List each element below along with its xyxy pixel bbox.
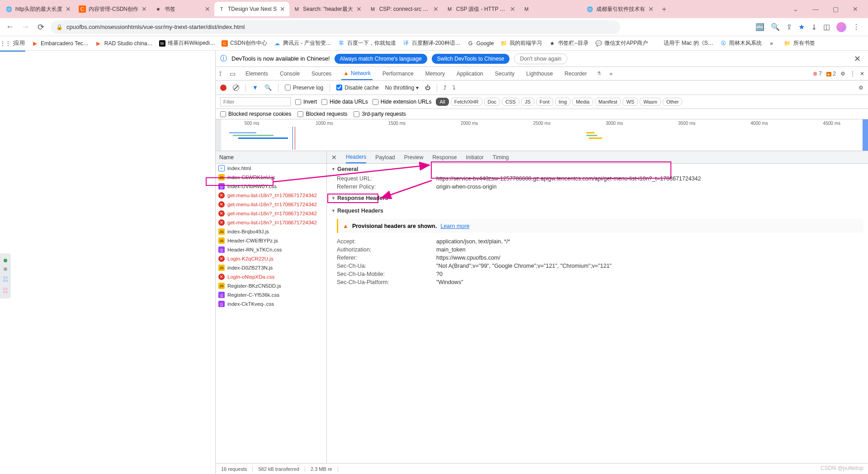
close-tab-icon[interactable]: ✕ (433, 6, 439, 12)
devtools-tab-recorder[interactable]: Recorder (563, 67, 589, 80)
devtools-tab-lighthouse[interactable]: Lighthouse (524, 67, 555, 80)
request-row[interactable]: ≡index.html (216, 164, 326, 173)
devtools-tab-application[interactable]: Application (455, 67, 485, 80)
switch-language-button[interactable]: Switch DevTools to Chinese (432, 54, 510, 64)
hide-extension-urls-checkbox[interactable]: Hide extension URLs (373, 99, 432, 105)
filter-type-media[interactable]: Media (572, 98, 593, 106)
side-widget[interactable]: 0.0K/s 0.0K/s (0, 253, 11, 299)
devtools-tab-network[interactable]: ▲ Network (341, 67, 373, 80)
search-icon[interactable]: 🔍 (264, 84, 272, 91)
bookmark-item[interactable]: W维基百科Wikipedi… (159, 39, 215, 47)
minimize-button[interactable]: — (810, 5, 821, 13)
blocked-cookies-checkbox[interactable]: Blocked response cookies (220, 111, 291, 117)
request-row[interactable]: ✕Login-K2qCR22U.js (216, 254, 326, 263)
close-tab-icon[interactable]: ✕ (141, 6, 147, 12)
filter-type-ws[interactable]: WS (623, 98, 638, 106)
bookmark-item[interactable]: ☁腾讯云 - 产业智变… (274, 39, 331, 47)
invert-checkbox[interactable]: Invert (295, 99, 317, 105)
browser-tab[interactable]: MCSP: connect-src - H✕ (366, 2, 443, 16)
bookmark-item[interactable]: GGoogle (467, 40, 494, 47)
download-har-icon[interactable]: ⤵ (453, 85, 455, 91)
new-tab-button[interactable]: ＋ (658, 3, 670, 15)
filter-type-font[interactable]: Font (536, 98, 553, 106)
error-badge[interactable]: ⊗ 7 (813, 71, 822, 77)
throttling-select[interactable]: No throttling▾ (385, 85, 419, 91)
preserve-log-checkbox[interactable]: Preserve log (285, 85, 323, 91)
maximize-button[interactable]: ▢ (830, 5, 841, 13)
close-detail-icon[interactable]: ✕ (331, 154, 337, 161)
back-button[interactable]: ← (5, 22, 15, 33)
settings-gear-icon[interactable]: ⚙ (859, 85, 863, 91)
browser-tab[interactable]: 🌐成都量引软件技术有✕ (583, 2, 658, 16)
bookmark-item[interactable]: 📁我的前端学习 (500, 39, 542, 47)
filter-type-fetch-xhr[interactable]: Fetch/XHR (451, 98, 482, 106)
name-column-header[interactable]: Name (216, 151, 326, 164)
clear-button[interactable] (233, 85, 239, 91)
upload-icon[interactable]: ⤴ (443, 85, 446, 91)
share-icon[interactable]: ⇪ (786, 23, 792, 31)
close-window-button[interactable]: ✕ (850, 5, 861, 13)
browser-tab[interactable]: TTDesign Vue Next S✕ (214, 2, 289, 16)
chevron-down-icon[interactable]: ⌄ (790, 5, 801, 13)
waterfall-overview[interactable]: 500 ms1000 ms1500 ms2000 ms2500 ms3000 m… (216, 119, 868, 151)
kebab-icon[interactable]: ⋮ (850, 71, 855, 77)
bookmark-item[interactable]: 译百度翻译-200种语… (402, 39, 461, 47)
inspect-icon[interactable]: ⟟ (219, 70, 222, 77)
download-icon[interactable]: ⤓ (811, 23, 817, 31)
dont-show-button[interactable]: Don't show again (514, 53, 567, 64)
devtools-tab-elements[interactable]: Elements (244, 67, 270, 80)
request-row[interactable]: ✕get-menu-list-i18n?_t=1708671724342 (216, 218, 326, 227)
devtools-tab-performance[interactable]: Performance (381, 67, 415, 80)
close-tab-icon[interactable]: ✕ (356, 6, 362, 12)
bookmark-item[interactable]: » (768, 40, 778, 47)
request-row[interactable]: ✕get-menu-list-i18n?_t=1708671724342 (216, 200, 326, 209)
request-row[interactable]: {}index-CkTKveq-.css (216, 299, 326, 308)
close-tab-icon[interactable]: ✕ (279, 6, 286, 12)
translate-icon[interactable]: 🔤 (755, 23, 764, 31)
avatar[interactable] (836, 22, 846, 32)
bookmark-item[interactable]: ⋮⋮⋮应用 (5, 39, 25, 47)
match-language-button[interactable]: Always match Chrome's language (335, 54, 427, 64)
request-row[interactable]: {}index-UVIbHW0Y.css (216, 182, 326, 191)
filter-input[interactable] (220, 97, 291, 106)
devtools-tab-console[interactable]: Console (278, 67, 302, 80)
browser-tab[interactable]: C内容管理-CSDN创作✕ (75, 2, 151, 16)
close-icon[interactable]: ✕ (854, 54, 863, 64)
bookmark-item[interactable]: ★书签栏--目录 (548, 39, 589, 47)
request-row[interactable]: JSindex-C5WRK1nU.js (216, 173, 326, 182)
filter-icon[interactable]: ▼ (252, 84, 258, 91)
filter-type-css[interactable]: CSS (502, 98, 519, 106)
panel-icon[interactable]: ◫ (823, 23, 830, 31)
request-row[interactable]: {}Header-RN_kTKCn.css (216, 245, 326, 254)
request-row[interactable]: JSRegister-BKzCN5DD.js (216, 281, 326, 290)
device-icon[interactable]: ▭ (230, 70, 236, 77)
bookmark-item[interactable]: 适用于 Mac 的《S… (654, 39, 713, 47)
bookmark-item[interactable]: 掌百度一下，你就知道 (338, 39, 396, 47)
bookmark-item[interactable]: ⦿雨林木风系统 (720, 39, 762, 47)
detail-tab-headers[interactable]: Headers (346, 151, 366, 163)
request-row[interactable]: {}Register-C-Yf536k.css (216, 290, 326, 299)
browser-tab[interactable]: 🌐http头部的最大长度✕ (2, 2, 75, 16)
devtools-tab-security[interactable]: Security (493, 67, 516, 80)
wifi-icon[interactable]: ⏻ (425, 85, 430, 91)
bookmark-item[interactable]: ▶Embarcadero Tec… (31, 40, 89, 47)
detail-tab-timing[interactable]: Timing (493, 151, 509, 163)
response-headers-section[interactable]: Response Headers (327, 193, 868, 204)
zoom-icon[interactable]: 🔍 (771, 23, 780, 31)
bookmark-item[interactable]: ▶RAD Studio china… (95, 40, 153, 47)
filter-type-img[interactable]: Img (555, 98, 571, 106)
browser-tab[interactable]: M - HTML （超</span><span class="close" da… (519, 2, 583, 16)
record-button[interactable] (220, 85, 226, 91)
disable-cache-checkbox[interactable]: Disable cache (336, 85, 378, 91)
detail-tab-preview[interactable]: Preview (404, 151, 424, 163)
filter-type-other[interactable]: Other (663, 98, 683, 106)
forward-button[interactable]: → (20, 22, 31, 33)
menu-icon[interactable]: ⋮ (853, 23, 860, 31)
request-row[interactable]: ✕get-menu-list-i18n?_t=1708671724342 (216, 191, 326, 200)
filter-type-js[interactable]: JS (521, 98, 534, 106)
request-headers-section[interactable]: Request Headers (327, 205, 868, 216)
filter-type-manifest[interactable]: Manifest (595, 98, 621, 106)
browser-tab[interactable]: MCSP 源值 - HTTP | M✕ (443, 2, 519, 16)
devtools-tab-sources[interactable]: Sources (310, 67, 333, 80)
url-box[interactable]: 🔒 cpuofbs.com/nosessionhtmls/vue-ssr/my-… (51, 20, 620, 34)
